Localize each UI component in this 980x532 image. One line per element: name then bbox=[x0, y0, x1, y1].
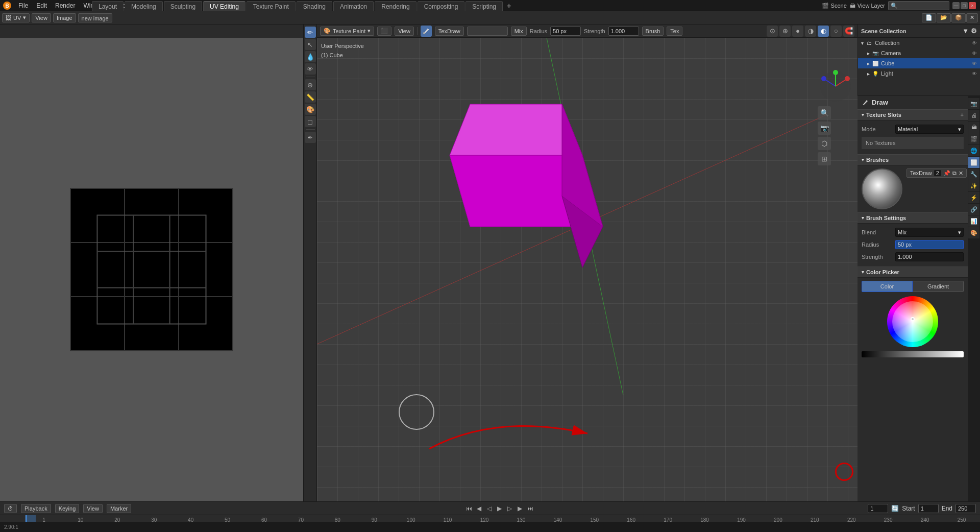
select-button[interactable]: ↖ bbox=[305, 39, 316, 50]
brush-settings-header[interactable]: ▾ Brush Settings bbox=[857, 212, 968, 224]
strength-input[interactable]: 1.000 bbox=[608, 27, 639, 36]
viewport-shading1[interactable]: ● bbox=[792, 26, 803, 37]
step-forward-button[interactable]: ▷ bbox=[505, 504, 514, 513]
mask-button[interactable]: ◻ bbox=[305, 116, 316, 127]
draw-brush-button[interactable]: ✏ bbox=[305, 27, 316, 38]
close-image-button[interactable]: ✕ bbox=[966, 13, 978, 22]
tab-compositing[interactable]: Compositing bbox=[418, 1, 465, 11]
close-button[interactable]: × bbox=[969, 2, 976, 9]
tab-sculpting[interactable]: Sculpting bbox=[164, 1, 202, 11]
tab-shading[interactable]: Shading bbox=[297, 1, 332, 11]
brush-copy-icon[interactable]: ⧉ bbox=[952, 170, 957, 177]
constraints-props-icon[interactable]: 🔗 bbox=[968, 204, 979, 215]
new-image-button[interactable]: 📄 bbox=[922, 13, 936, 22]
brush-preview-thumbnail[interactable] bbox=[862, 168, 902, 209]
tab-layout[interactable]: Layout bbox=[92, 1, 124, 11]
view-menu[interactable]: View bbox=[32, 13, 51, 22]
world-props-icon[interactable]: 🌐 bbox=[968, 145, 979, 156]
strength-prop-input[interactable]: 1.000 bbox=[895, 252, 964, 261]
outliner-row-cube[interactable]: ▸ ⬜ Cube 👁 bbox=[858, 58, 980, 68]
uv-canvas[interactable] bbox=[0, 38, 303, 501]
snap-button[interactable]: 🧲 bbox=[843, 26, 854, 37]
perspective-gizmo[interactable]: ⬡ bbox=[818, 137, 831, 150]
add-workspace-button[interactable]: + bbox=[504, 1, 514, 11]
mode-value-dropdown[interactable]: Material ▾ bbox=[895, 125, 964, 134]
marker-menu[interactable]: Marker bbox=[107, 504, 131, 513]
view-layer-props-icon[interactable]: 🏔 bbox=[968, 122, 979, 133]
viewport-shading4[interactable]: ○ bbox=[830, 26, 842, 37]
scene-props-icon[interactable]: 🎬 bbox=[968, 133, 979, 144]
view-button[interactable]: 👁 bbox=[305, 63, 316, 75]
viewport-shading-button[interactable]: ⬛ bbox=[377, 27, 391, 36]
tex-button[interactable]: Tex bbox=[667, 27, 682, 36]
cube-visibility-toggle[interactable]: 👁 bbox=[972, 61, 977, 66]
viewport-shading2[interactable]: ◑ bbox=[805, 26, 816, 37]
modifier-props-icon[interactable]: 🔧 bbox=[968, 168, 979, 180]
open-image-button[interactable]: 📂 bbox=[937, 13, 951, 22]
outliner-row-collection[interactable]: ▾ 🗂 Collection 👁 bbox=[858, 38, 980, 48]
material-props-icon[interactable]: 🎨 bbox=[968, 227, 979, 238]
color-wheel-container[interactable] bbox=[887, 296, 938, 347]
play-button[interactable]: ▶ bbox=[495, 504, 504, 513]
menu-render[interactable]: Render bbox=[51, 0, 79, 11]
outliner-row-light[interactable]: ▸ 💡 Light 👁 bbox=[858, 68, 980, 79]
tab-animation[interactable]: Animation bbox=[333, 1, 374, 11]
editor-type-dropdown[interactable]: 🖼 UV ▾ bbox=[2, 13, 30, 22]
jump-end-button[interactable]: ⏭ bbox=[526, 504, 535, 513]
color-picker-header[interactable]: ▾ Color Picker bbox=[857, 267, 968, 278]
next-keyframe-button[interactable]: ▶ bbox=[516, 504, 525, 513]
transform-button[interactable]: ⊕ bbox=[305, 79, 316, 90]
light-visibility-toggle[interactable]: 👁 bbox=[972, 71, 977, 77]
color-picker-dot[interactable] bbox=[911, 317, 915, 321]
tab-rendering[interactable]: Rendering bbox=[375, 1, 416, 11]
paint-bucket-button[interactable]: 🎨 bbox=[305, 104, 316, 115]
pack-image-button[interactable]: 📦 bbox=[951, 13, 966, 22]
output-props-icon[interactable]: 🖨 bbox=[968, 110, 979, 121]
tab-texture-paint[interactable]: Texture Paint bbox=[247, 1, 296, 11]
prev-keyframe-button[interactable]: ◀ bbox=[475, 504, 484, 513]
camera-view-gizmo[interactable]: 📷 bbox=[818, 122, 831, 135]
outliner-filter-button[interactable]: ▼ bbox=[962, 27, 969, 35]
menu-file[interactable]: File bbox=[14, 0, 32, 11]
brush-name-dropdown[interactable]: TexDraw bbox=[435, 27, 464, 36]
view-tp-button[interactable]: View bbox=[395, 27, 414, 36]
annotate-button[interactable]: ✒ bbox=[305, 132, 316, 143]
tab-scripting[interactable]: Scripting bbox=[465, 1, 503, 11]
brush-delete-icon[interactable]: ✕ bbox=[959, 170, 963, 177]
gradient-tab[interactable]: Gradient bbox=[913, 281, 964, 292]
brush-name-row[interactable]: TexDraw 2 📌 ⧉ ✕ bbox=[906, 168, 967, 178]
tab-modeling[interactable]: Modeling bbox=[125, 1, 163, 11]
outliner-row-camera[interactable]: ▸ 📷 Camera 👁 bbox=[858, 48, 980, 58]
value-slider[interactable] bbox=[862, 351, 964, 357]
object-props-icon[interactable]: ⬜ bbox=[968, 157, 979, 168]
blend-dropdown[interactable]: Mix ▾ bbox=[895, 228, 964, 237]
brushes-header[interactable]: ▾ Brushes bbox=[857, 154, 968, 165]
ruler-button[interactable]: 📏 bbox=[305, 91, 316, 103]
end-frame-input[interactable]: 250 bbox=[955, 504, 976, 513]
gizmo-btn[interactable]: ⊕ bbox=[779, 26, 791, 37]
fill-button[interactable]: 💧 bbox=[305, 51, 316, 62]
viewport-shading3[interactable]: ◐ bbox=[818, 26, 829, 37]
overlay-btn[interactable]: ⊙ bbox=[767, 26, 778, 37]
visibility-toggle[interactable]: 👁 bbox=[972, 40, 977, 46]
texture-slots-header[interactable]: ▾ Texture Slots + bbox=[857, 109, 968, 120]
blend-dropdown[interactable]: Mix bbox=[511, 27, 527, 36]
step-back-button[interactable]: ◁ bbox=[485, 504, 494, 513]
brush-button[interactable]: Brush bbox=[642, 27, 664, 36]
color-tab[interactable]: Color bbox=[862, 281, 913, 292]
color-swatch[interactable] bbox=[467, 27, 508, 36]
playback-menu[interactable]: Playback bbox=[21, 504, 51, 513]
radius-prop-input[interactable]: 50 px bbox=[895, 240, 964, 249]
ortho-gizmo[interactable]: ⊞ bbox=[818, 152, 831, 165]
color-wheel[interactable] bbox=[887, 296, 938, 347]
menu-edit[interactable]: Edit bbox=[32, 0, 51, 11]
outliner-settings-button[interactable]: ⚙ bbox=[971, 27, 977, 35]
keying-menu[interactable]: Keying bbox=[55, 504, 80, 513]
data-props-icon[interactable]: 📊 bbox=[968, 215, 979, 227]
zoom-in-gizmo[interactable]: 🔍 bbox=[818, 106, 831, 119]
current-frame-input[interactable]: 1 bbox=[868, 504, 888, 513]
viewport-3d[interactable]: User Perspective (1) Cube 🔍 📷 ⬡ ⊞ bbox=[317, 38, 857, 501]
tab-uv-editing[interactable]: UV Editing bbox=[203, 1, 246, 11]
view-menu-timeline[interactable]: View bbox=[83, 504, 103, 513]
maximize-button[interactable]: □ bbox=[961, 2, 968, 9]
